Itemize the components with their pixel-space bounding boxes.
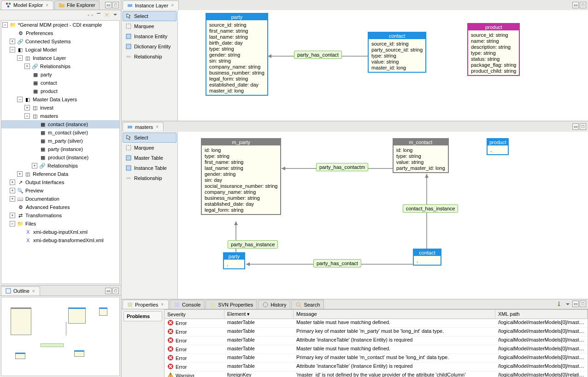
tab-instance-layer[interactable]: Instance Layer × <box>123 0 179 10</box>
close-icon[interactable]: × <box>170 3 175 8</box>
problems-table[interactable]: Severity Element ▾ Message XML path Erro… <box>164 309 588 377</box>
tab-masters[interactable]: masters × <box>123 122 164 131</box>
maximize-icon[interactable]: □ <box>112 288 119 294</box>
rel-party-has-instance[interactable]: party_has_instance <box>228 240 278 249</box>
palette-select[interactable]: Select <box>123 11 176 21</box>
problem-row[interactable]: ErrormasterTablePrimary key of master ta… <box>165 354 588 363</box>
problems-category[interactable]: Problems <box>123 311 162 321</box>
masters-canvas[interactable]: m_party id: longtype: stringfirst_name: … <box>178 132 588 299</box>
tree-toggle[interactable]: − <box>10 221 15 226</box>
menu-icon[interactable] <box>564 301 571 308</box>
tree-toggle[interactable]: + <box>10 180 15 185</box>
tree-label[interactable]: product (instance) <box>48 155 88 160</box>
col-xmlpath[interactable]: XML path <box>495 310 588 319</box>
palette-marquee[interactable]: Marquee <box>123 21 176 31</box>
close-icon[interactable]: × <box>160 302 165 307</box>
maximize-icon[interactable]: □ <box>580 301 586 307</box>
tree-label[interactable]: invest <box>40 105 53 110</box>
tree-label[interactable]: Files <box>25 221 36 226</box>
entity-party[interactable]: party . <box>223 252 245 269</box>
tree-label[interactable]: contact <box>41 80 57 86</box>
tree-toggle[interactable]: − <box>24 113 30 119</box>
tree-label[interactable]: Transformations <box>25 213 62 218</box>
tree-label[interactable]: Reference Data <box>33 171 68 177</box>
minimize-icon[interactable]: ▭ <box>572 123 579 130</box>
col-severity[interactable]: Severity <box>165 310 224 319</box>
tab-history[interactable]: History <box>258 300 290 309</box>
tree-label[interactable]: Logical Model <box>25 47 57 52</box>
tree-label[interactable]: Master Data Layers <box>33 97 77 102</box>
collapse-icon[interactable] <box>87 11 94 18</box>
entity-product[interactable]: product source_id: stringname: stringdes… <box>467 23 520 76</box>
entity-m-contact[interactable]: m_contact id: longtype: stringvalue: str… <box>393 138 449 173</box>
link-icon[interactable] <box>103 11 111 18</box>
tree-toggle[interactable]: − <box>17 97 23 102</box>
palette-instance-table[interactable]: Instance Table <box>123 163 176 173</box>
palette-select[interactable]: Select <box>123 133 176 143</box>
close-icon[interactable]: × <box>45 3 49 8</box>
maximize-icon[interactable]: □ <box>580 123 586 130</box>
problem-row[interactable]: ErrormasterTableMaster table must have m… <box>165 319 588 328</box>
palette-master-table[interactable]: Master Table <box>123 153 176 163</box>
tree-toggle[interactable]: + <box>24 64 30 69</box>
problem-row[interactable]: ErrormasterTablePrimary key of master ta… <box>165 328 588 336</box>
pin-icon[interactable] <box>556 301 563 308</box>
tree-toggle[interactable]: + <box>24 105 30 110</box>
palette-relationship[interactable]: Relationship <box>123 173 176 183</box>
problems-header[interactable]: Severity Element ▾ Message XML path <box>165 310 588 319</box>
tree-label[interactable]: m_contact (silver) <box>48 130 88 135</box>
minimize-icon[interactable]: ▭ <box>105 288 112 294</box>
tree-toggle[interactable]: + <box>10 213 15 218</box>
tree-toggle[interactable]: − <box>2 22 8 28</box>
collapse-all-icon[interactable] <box>95 11 102 18</box>
entity-m-party[interactable]: m_party id: longtype: stringfirst_name: … <box>201 138 281 215</box>
tree-label[interactable]: Relationships <box>47 163 78 168</box>
tree-toggle[interactable]: + <box>10 39 15 44</box>
palette-dict-entity[interactable]: Dictionary Entity <box>123 41 176 52</box>
menu-icon[interactable] <box>112 11 119 18</box>
tab-properties[interactable]: Properties× <box>123 300 169 309</box>
rel-party-has-contactm[interactable]: party_has_contactm <box>316 163 368 171</box>
tree-label[interactable]: Relationships <box>40 64 71 69</box>
tree-toggle[interactable]: + <box>32 163 37 168</box>
tree-label[interactable]: m_party (silver) <box>48 138 83 144</box>
tree-toggle[interactable]: + <box>10 188 15 193</box>
tree-label[interactable]: Preferences <box>26 30 53 36</box>
problem-row[interactable]: ErrormasterTableAttribute 'instanceTable… <box>165 336 588 345</box>
tree-label[interactable]: product <box>41 88 58 94</box>
instance-canvas[interactable]: party source_id: stringfirst_name: strin… <box>178 10 588 121</box>
problem-row[interactable]: ErrormasterTableMaster table must have m… <box>165 345 588 354</box>
tab-outline[interactable]: Outline × <box>1 286 40 296</box>
tree-label[interactable]: Connected Systems <box>25 39 71 44</box>
model-tree[interactable]: −📁*General MDM project - CDI example ⚙Pr… <box>1 20 120 284</box>
entity-contact[interactable]: contact . <box>413 249 441 266</box>
maximize-icon[interactable]: □ <box>112 2 119 8</box>
close-icon[interactable]: × <box>31 289 36 294</box>
tree-toggle[interactable]: − <box>10 47 15 52</box>
tree-label[interactable]: party <box>41 72 52 77</box>
problem-row[interactable]: !WarningforeignKey'master_id' is not def… <box>165 371 588 377</box>
rel-party-has-contact[interactable]: party_has_contact <box>294 51 342 59</box>
tab-console[interactable]: Console <box>170 300 205 309</box>
outline-canvas[interactable] <box>1 297 120 376</box>
tab-search[interactable]: Search <box>291 300 324 309</box>
rel-party-has-contact[interactable]: party_has_contact <box>313 259 361 267</box>
palette-relationship[interactable]: Relationship <box>123 52 176 62</box>
entity-party[interactable]: party source_id: stringfirst_name: strin… <box>206 13 268 96</box>
problem-row[interactable]: ErrormasterTableAttribute 'instanceTable… <box>165 363 588 371</box>
tab-model-explorer[interactable]: Model Explor × <box>1 0 53 10</box>
palette-marquee[interactable]: Marquee <box>123 143 176 153</box>
tree-toggle[interactable]: − <box>17 55 23 61</box>
entity-contact[interactable]: contact source_id: stringparty_source_id… <box>368 32 426 73</box>
tree-label[interactable]: Advanced Features <box>26 204 70 210</box>
tree-label[interactable]: Preview <box>25 188 43 193</box>
tree-toggle[interactable]: + <box>10 196 15 202</box>
tree-label[interactable]: xmi-debug-inputXml.xml <box>33 229 88 235</box>
col-element[interactable]: Element ▾ <box>224 310 294 319</box>
tree-label[interactable]: contact (instance) <box>48 122 88 127</box>
tree-label[interactable]: Documentation <box>25 196 59 202</box>
maximize-icon[interactable]: □ <box>580 2 586 8</box>
entity-product[interactable]: product . <box>487 138 509 155</box>
minimize-icon[interactable]: ▭ <box>572 2 579 8</box>
close-icon[interactable]: × <box>155 124 159 129</box>
